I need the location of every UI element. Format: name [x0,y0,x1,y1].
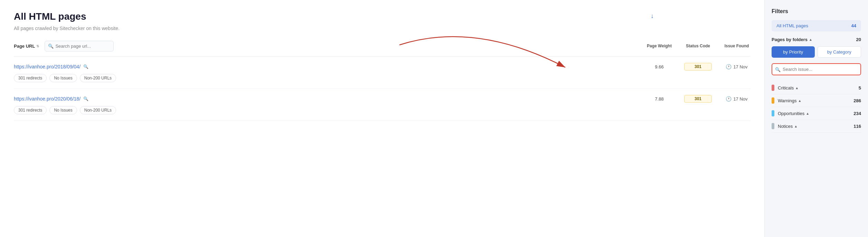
tag-no-issues[interactable]: No Issues [49,74,77,82]
priority-tabs: by Priority by Category [772,46,861,58]
pages-by-folders-count: 20 [856,37,861,42]
page-title: All HTML pages [14,11,751,22]
category-left: Criticals ▲ [772,85,799,91]
page-url-link[interactable]: https://ivanhoe.pro/2020/06/18/ 🔍 [14,96,88,102]
category-item-opportunities[interactable]: Opportunities ▲ 234 [772,107,861,120]
table-row: https://ivanhoe.pro/2020/06/18/ 🔍 7.88 3… [14,89,751,121]
main-content: ↓ All HTML pages All pages crawled by Si… [0,0,764,237]
category-item-warnings[interactable]: Warnings ▲ 286 [772,94,861,107]
sort-icon: ⇅ [36,44,39,48]
table-rows: https://ivanhoe.pro/2018/09/04/ 🔍 9.66 3… [14,57,751,121]
download-button[interactable]: ↓ [651,12,654,20]
row-top: https://ivanhoe.pro/2020/06/18/ 🔍 7.88 3… [14,95,751,103]
page-weight-col-header: Page Weight [645,43,673,49]
tag-no-issues[interactable]: No Issues [49,106,77,114]
filter-all-html-label: All HTML pages [776,23,808,28]
issue-found-value: 🕐 17 Nov [723,96,751,102]
category-left: Warnings ▲ [772,97,801,104]
filter-all-html[interactable]: All HTML pages 44 [772,20,861,31]
opportunities-label: Opportunities ▲ [778,111,809,116]
url-text: https://ivanhoe.pro/2018/09/04/ [14,64,81,69]
filter-all-html-count: 44 [851,23,856,28]
filters-title: Filters [772,8,861,15]
categories-list: Criticals ▲ 5 Warnings ▲ 286 Opportuniti… [772,82,861,133]
table-row: https://ivanhoe.pro/2018/09/04/ 🔍 9.66 3… [14,57,751,89]
url-search-icon: 🔍 [83,96,88,101]
row-tags: 301 redirects No Issues Non-200 URLs [14,106,751,114]
chevron-up-icon: ▲ [798,99,801,103]
table-header-right: Page Weight Status Code Issue Found [645,43,751,49]
page-url-search-wrap: 🔍 [45,41,114,51]
row-top: https://ivanhoe.pro/2018/09/04/ 🔍 9.66 3… [14,63,751,70]
url-text: https://ivanhoe.pro/2020/06/18/ [14,96,81,102]
category-left: Notices ▲ [772,123,798,129]
page-weight-value: 9.66 [645,64,673,69]
category-item-notices[interactable]: Notices ▲ 116 [772,120,861,133]
notices-count: 116 [853,124,861,129]
chevron-up-icon: ▲ [806,112,809,115]
criticals-dot [772,85,774,91]
pages-by-folders-label: Pages by folders [772,37,808,42]
table-header: Page URL ⇅ 🔍 Page Weight Status Code Iss… [14,41,751,57]
notices-dot [772,123,774,129]
chevron-up-icon: ▲ [795,86,799,90]
category-item-criticals[interactable]: Criticals ▲ 5 [772,82,861,94]
url-search-icon: 🔍 [83,64,88,69]
page-subtitle: All pages crawled by Sitechecker on this… [14,26,751,31]
issue-clock-icon: 🕐 [726,64,732,69]
search-icon: 🔍 [48,44,54,49]
pages-by-folders: Pages by folders ▲ 20 [772,37,861,42]
page-url-col-label: Page URL ⇅ [14,44,39,49]
tab-by-priority[interactable]: by Priority [772,46,815,58]
search-issue-input[interactable] [772,63,861,75]
row-right: 9.66 301 🕐 17 Nov [645,63,751,70]
issue-date: 17 Nov [733,64,747,69]
issue-date: 17 Nov [733,96,747,102]
criticals-label: Criticals ▲ [778,85,799,91]
tag-non-200[interactable]: Non-200 URLs [80,106,116,114]
status-code-badge: 301 [684,95,712,103]
pages-by-folders-left: Pages by folders ▲ [772,37,812,42]
warnings-label: Warnings ▲ [778,98,801,103]
opportunities-count: 234 [853,111,861,116]
chevron-up-icon: ▲ [809,38,812,41]
search-issue-wrap: 🔍 [772,63,861,75]
issue-found-value: 🕐 17 Nov [723,64,751,69]
table-header-left: Page URL ⇅ 🔍 [14,41,114,51]
criticals-count: 5 [859,85,861,91]
warnings-dot [772,97,774,104]
issue-clock-icon: 🕐 [726,96,732,102]
status-code-badge: 301 [684,63,712,70]
chevron-up-icon: ▲ [794,124,798,128]
page-weight-value: 7.88 [645,96,673,102]
category-left: Opportunities ▲ [772,110,809,116]
tag-non-200[interactable]: Non-200 URLs [80,74,116,82]
sidebar: Filters All HTML pages 44 Pages by folde… [764,0,868,237]
warnings-count: 286 [853,98,861,103]
page-url-link[interactable]: https://ivanhoe.pro/2018/09/04/ 🔍 [14,64,88,69]
row-right: 7.88 301 🕐 17 Nov [645,95,751,103]
opportunities-dot [772,110,774,116]
tag-301[interactable]: 301 redirects [14,106,47,114]
status-code-col-header: Status Code [684,43,712,49]
issue-found-col-header: Issue Found [723,43,751,49]
page-url-search-input[interactable] [45,41,114,51]
notices-label: Notices ▲ [778,124,798,129]
row-tags: 301 redirects No Issues Non-200 URLs [14,74,751,82]
search-issue-icon: 🔍 [775,67,781,72]
tag-301[interactable]: 301 redirects [14,74,47,82]
tab-by-category[interactable]: by Category [818,46,861,58]
